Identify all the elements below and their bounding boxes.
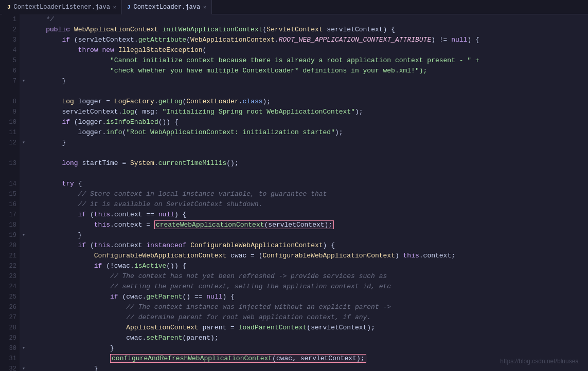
line-number: 4 (0, 45, 16, 55)
code-line: ConfigurableWebApplicationContext cwac =… (30, 251, 588, 261)
fold-indicator (20, 302, 28, 312)
line-number: 7 (0, 76, 16, 86)
line-number: 17 (0, 210, 16, 220)
code-line: cwac.setParent(parent); (30, 333, 588, 343)
close-icon[interactable]: ✕ (203, 4, 206, 10)
code-line: "Cannot initialize context because there… (30, 55, 588, 66)
code-line: } (30, 138, 588, 148)
code-line: if (this.context == null) { (30, 210, 588, 220)
line-number: 10 (0, 117, 16, 127)
fold-indicator (20, 158, 28, 169)
code-line: } (30, 343, 588, 354)
line-number: 22 (0, 261, 16, 271)
code-line: // The context has not yet been refreshe… (30, 271, 588, 282)
fold-indicator (20, 220, 28, 230)
fold-indicator (20, 333, 28, 343)
line-number: 1 (0, 14, 16, 25)
line-number: 20 (0, 240, 16, 251)
code-line: } (30, 230, 588, 240)
line-number: 28 (0, 323, 16, 333)
fold-indicator (20, 240, 28, 251)
fold-indicator (20, 148, 28, 158)
fold-indicator (20, 55, 28, 66)
code-line: // setting the parent context, setting t… (30, 282, 588, 292)
fold-indicator (20, 354, 28, 364)
code-line: } (30, 76, 588, 86)
tab-contextloader[interactable]: J ContextLoader.java ✕ (122, 0, 212, 14)
fold-indicator (20, 169, 28, 179)
code-line: try { (30, 179, 588, 189)
fold-column: ▾▾▾▾▾▾ (20, 14, 28, 371)
editor-body: 1234567891011121314151617181920212223242… (0, 14, 588, 371)
fold-indicator (20, 86, 28, 97)
code-line: if (servletContext.getAttribute(WebAppli… (30, 35, 588, 45)
line-number (0, 169, 16, 179)
code-area: */ public WebApplicationContext initWebA… (28, 14, 588, 371)
line-number: 9 (0, 107, 16, 117)
code-line (30, 148, 588, 158)
tab-label: ContextLoader.java (133, 4, 200, 11)
fold-indicator (20, 199, 28, 210)
code-line: servletContext.log( msg: "Initializing S… (30, 107, 588, 117)
java-icon: J (127, 4, 131, 10)
fold-indicator (20, 210, 28, 220)
line-number: 15 (0, 189, 16, 199)
fold-indicator (20, 312, 28, 323)
line-number: 27 (0, 312, 16, 323)
fold-indicator[interactable]: ▾ (20, 343, 28, 354)
code-line: ApplicationContext parent = loadParentCo… (30, 323, 588, 333)
line-number: 32 (0, 364, 16, 371)
fold-indicator (20, 261, 28, 271)
line-number: 24 (0, 282, 16, 292)
fold-indicator (20, 282, 28, 292)
line-number: 12 (0, 138, 16, 148)
fold-indicator (20, 35, 28, 45)
code-line: if (!cwac.isActive()) { (30, 261, 588, 271)
code-line: public WebApplicationContext initWebAppl… (30, 25, 588, 35)
code-line (30, 169, 588, 179)
code-line: "check whether you have multiple Context… (30, 66, 588, 76)
line-number: 31 (0, 354, 16, 364)
fold-indicator[interactable]: ▾ (20, 230, 28, 240)
line-number: 19 (0, 230, 16, 240)
line-number: 6 (0, 66, 16, 76)
line-number: 16 (0, 199, 16, 210)
fold-indicator (20, 323, 28, 333)
code-line: // Store context in local instance varia… (30, 189, 588, 199)
close-icon[interactable]: ✕ (113, 4, 116, 10)
code-line: Log logger = LogFactory.getLog(ContextLo… (30, 97, 588, 107)
code-line: } (30, 364, 588, 371)
code-line: if (this.context instanceof Configurable… (30, 240, 588, 251)
tab-contextloaderlistener[interactable]: J ContextLoaderListener.java ✕ (2, 0, 122, 14)
line-number: 2 (0, 25, 16, 35)
line-number: 29 (0, 333, 16, 343)
line-number: 30 (0, 343, 16, 354)
watermark: https://blog.csdn.net/bluusea (500, 358, 579, 365)
code-line: // it is available on ServletContext shu… (30, 199, 588, 210)
fold-indicator[interactable]: ▾ (20, 138, 28, 148)
line-number: 3 (0, 35, 16, 45)
line-number: 14 (0, 179, 16, 189)
code-line: // determine parent for root web applica… (30, 312, 588, 323)
code-line: logger.info("Root WebApplicationContext:… (30, 127, 588, 138)
highlight-box-2: configureAndRefreshWebApplicationContext… (110, 354, 366, 363)
fold-indicator (20, 97, 28, 107)
java-icon: J (7, 4, 11, 10)
line-number: 26 (0, 302, 16, 312)
fold-indicator (20, 117, 28, 127)
line-number: 21 (0, 251, 16, 261)
highlight-box-1: createWebApplicationContext(servletConte… (154, 220, 334, 229)
line-number: 8 (0, 97, 16, 107)
fold-indicator[interactable]: ▾ (20, 364, 28, 371)
fold-indicator[interactable]: ▾ (20, 76, 28, 86)
code-line: throw new IllegalStateException( (30, 45, 588, 55)
fold-indicator (20, 107, 28, 117)
tab-label: ContextLoaderListener.java (14, 4, 110, 11)
line-number: 18 (0, 220, 16, 230)
code-line: this.context = createWebApplicationConte… (30, 220, 588, 230)
fold-indicator (20, 45, 28, 55)
code-line (30, 86, 588, 97)
fold-indicator (20, 66, 28, 76)
fold-indicator (20, 189, 28, 199)
code-line: if (logger.isInfoEnabled()) { (30, 117, 588, 127)
